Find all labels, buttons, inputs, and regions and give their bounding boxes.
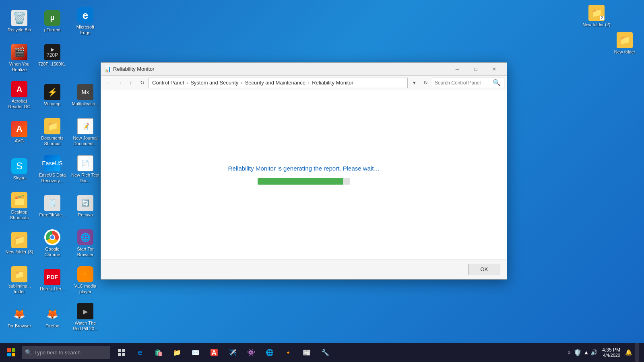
taskbar-mail-button[interactable]: ✉️ xyxy=(187,343,204,362)
desktop-icon-label: New folder xyxy=(614,49,636,55)
taskbar-search-box[interactable]: 🔍 xyxy=(22,346,110,359)
svg-rect-4 xyxy=(118,349,121,352)
desktop-icon-vlc[interactable]: 🔸 VLC media player xyxy=(69,262,101,298)
breadcrumb-maintenance[interactable]: Security and Maintenance xyxy=(245,80,305,86)
taskbar-news-button[interactable]: 📰 xyxy=(298,343,316,362)
desktop-icon-recuva[interactable]: 🔄 Recuva xyxy=(69,188,101,224)
taskbar-clock[interactable]: 4:35 PM 4/4/2020 xyxy=(599,347,623,358)
refresh-button[interactable]: ↻ xyxy=(137,78,147,88)
taskbar-notifications-icon[interactable]: 🔔 xyxy=(625,349,632,356)
breadcrumb-cp[interactable]: Control Panel xyxy=(152,80,184,86)
breadcrumb-security[interactable]: System and Security xyxy=(190,80,238,86)
taskbar-amazon-button[interactable]: 🅰️ xyxy=(205,343,223,362)
desktop-shortcuts-icon: 🗂️ xyxy=(11,192,27,208)
taskbar-defender-icon[interactable]: 🛡️ xyxy=(574,349,582,356)
taskbar-search-input[interactable] xyxy=(34,350,107,356)
dropdown-button[interactable]: ▾ xyxy=(409,78,419,88)
search-box: 🔍 xyxy=(432,78,504,88)
reliability-monitor-window: 📊 Reliability Monitor ─ □ ✕ ← → ↑ ↻ Cont… xyxy=(101,62,507,280)
address-refresh-button[interactable]: ↻ xyxy=(421,78,430,88)
minimize-button[interactable]: ─ xyxy=(448,63,466,76)
utorrent-icon: µ xyxy=(44,10,60,26)
desktop-icon-new-folder-right[interactable]: 📁 New folder xyxy=(609,31,641,56)
back-button[interactable]: ← xyxy=(103,78,113,88)
desktop-icon-label: Google Chrome xyxy=(38,247,67,257)
desktop-icon-new-folder-3[interactable]: 📁 New folder (3) xyxy=(3,225,35,261)
vlc-icon: 🔸 xyxy=(77,266,93,282)
forward-button[interactable]: → xyxy=(115,78,124,88)
taskbar-explorer-button[interactable]: 📁 xyxy=(168,343,186,362)
taskbar-alienware-button[interactable]: 👾 xyxy=(242,343,260,362)
progress-bar-fill xyxy=(258,178,343,185)
desktop-icon-avg[interactable]: A AVG xyxy=(3,114,35,150)
taskbar-edge-button[interactable]: e xyxy=(131,343,149,362)
new-folder-3-icon: 📁 xyxy=(11,232,27,248)
taskbar-browser2-button[interactable]: 🌐 xyxy=(261,343,279,362)
desktop-icon-easeus[interactable]: EaseUS EaseUS Data Recovery... xyxy=(36,151,68,187)
desktop-icon-new-folder-2[interactable]: 📁 2 New folder (2) xyxy=(580,3,613,29)
chrome-icon xyxy=(44,229,60,245)
svg-rect-7 xyxy=(122,353,125,356)
desktop-icon-label: New Rich Text Doc... xyxy=(71,173,100,183)
desktop-icon-rich-text[interactable]: 📄 New Rich Text Doc... xyxy=(69,151,101,187)
desktop-icon-when-you-realize[interactable]: 🎬 When You Realize xyxy=(3,40,35,76)
desktop-icon-documents-shortcut[interactable]: 📁 Documents Shortcut xyxy=(36,114,68,150)
desktop-icon-winamp[interactable]: ⚡ Winamp xyxy=(36,77,68,113)
search-input[interactable] xyxy=(435,80,491,86)
task-view-button[interactable] xyxy=(113,343,130,362)
search-icon[interactable]: 🔍 xyxy=(493,79,501,86)
desktop-icon-label: Microsoft Edge xyxy=(71,25,100,35)
taskbar-store-button[interactable]: 🛍️ xyxy=(150,343,167,362)
desktop-icon-skype[interactable]: S Skype xyxy=(3,151,35,187)
desktop-icon-label: Recuva xyxy=(78,212,93,218)
subliminal-icon: 📁 xyxy=(11,266,27,282)
taskbar-speaker-icon[interactable]: 🔊 xyxy=(590,349,597,356)
desktop-icon-label: 720P_1500K... xyxy=(38,62,67,72)
taskbar-show-hidden-icon[interactable]: » xyxy=(566,350,572,355)
svg-rect-3 xyxy=(12,353,15,356)
svg-rect-1 xyxy=(12,348,15,352)
desktop-icon-label: New Journal Document... xyxy=(71,136,100,146)
desktop-icon-horus[interactable]: PDF Horus_Her... xyxy=(36,262,68,298)
desktop-icon-edge[interactable]: e Microsoft Edge xyxy=(69,3,101,39)
desktop-icon-start-tor-browser[interactable]: 🌐 Start Tor Browser xyxy=(69,225,101,261)
maximize-button[interactable]: □ xyxy=(466,63,485,76)
desktop-icon-acrobat[interactable]: A Acrobat Reader DC xyxy=(3,77,35,113)
desktop-icon-watch-red-pill[interactable]: ▶ Watch The Red Pill 20... xyxy=(69,299,101,335)
desktop-icon-720p[interactable]: ▶720P 720P_1500K... xyxy=(36,40,68,76)
journal-icon: 📝 xyxy=(77,118,93,134)
desktop-icon-utorrent[interactable]: µ µTorrent xyxy=(36,3,68,39)
show-desktop-button[interactable] xyxy=(635,343,639,362)
video-720p-icon: ▶720P xyxy=(44,44,60,60)
ok-button[interactable]: OK xyxy=(468,264,500,275)
tor-icon: 🦊 xyxy=(11,306,27,322)
window-controls: ─ □ ✕ xyxy=(448,63,504,76)
desktop-icon-label: Watch The Red Pill 20... xyxy=(71,321,100,331)
avg-icon: A xyxy=(11,121,27,137)
desktop-icon-firefox[interactable]: 🦊 Firefox xyxy=(36,299,68,335)
desktop-icon-label: New folder (2) xyxy=(582,22,610,27)
close-button[interactable]: ✕ xyxy=(485,63,504,76)
desktop-icon-desktop-shortcuts[interactable]: 🗂️ Desktop Shortcuts xyxy=(3,188,35,224)
desktop-icon-label: Horus_Her... xyxy=(40,286,65,292)
taskbar-vlc-button[interactable]: 🔸 xyxy=(279,343,297,362)
taskbar-wifi-icon[interactable]: ▲ xyxy=(583,349,589,356)
desktop-icon-tor-browser[interactable]: 🦊 Tor Browser xyxy=(3,299,35,335)
taskbar-pinned-icons: e 🛍️ 📁 ✉️ 🅰️ ✈️ 👾 🌐 🔸 📰 🔧 xyxy=(113,343,334,362)
desktop-icon-multiplication[interactable]: Mx Multiplicatio... xyxy=(69,77,101,113)
desktop-icon-google-chrome[interactable]: Google Chrome xyxy=(36,225,68,261)
desktop-icon-new-journal[interactable]: 📝 New Journal Document... xyxy=(69,114,101,150)
progress-bar-container xyxy=(258,178,350,185)
desktop-icon-subliminal[interactable]: 📁 'sublimina... folder xyxy=(3,262,35,298)
desktop-icon-recycle-bin[interactable]: 🗑️ Recycle Bin xyxy=(3,3,35,39)
desktop-icon-label: Recycle Bin xyxy=(8,27,31,33)
svg-rect-2 xyxy=(7,353,11,356)
documents-icon: 📁 xyxy=(44,118,60,134)
breadcrumb-reliability[interactable]: Reliability Monitor xyxy=(312,80,353,86)
desktop-icon-freefileview[interactable]: 🗒️ FreeFileVie... xyxy=(36,188,68,224)
up-button[interactable]: ↑ xyxy=(126,78,136,88)
taskbar-app1-button[interactable]: 🔧 xyxy=(316,343,334,362)
winamp-icon: ⚡ xyxy=(44,84,60,100)
taskbar-tripadvisor-button[interactable]: ✈️ xyxy=(224,343,242,362)
start-button[interactable] xyxy=(2,343,21,362)
